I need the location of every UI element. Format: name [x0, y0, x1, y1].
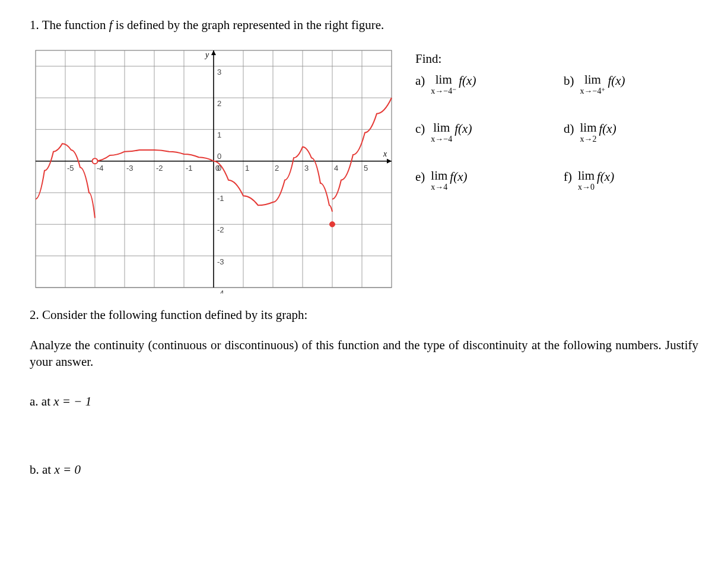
limit-f-fx: f(x): [597, 170, 614, 184]
limit-e-expr: lim x→4: [431, 170, 447, 191]
subpart-a-label: a. at: [30, 394, 53, 408]
limit-d: d) lim x→2 f(x): [564, 122, 712, 143]
svg-text:3: 3: [217, 68, 221, 76]
svg-marker-21: [387, 159, 392, 164]
analyze-text: Analyze the continuity (continuous or di…: [30, 337, 698, 371]
function-graph: -5-4-3-2-1012345-4-3-2-112300yx: [30, 44, 398, 293]
limits-row-2: c) lim x→−4 f(x) d) lim x→2 f(x): [415, 122, 712, 143]
limit-b-fx: f(x): [608, 74, 625, 88]
svg-text:-1: -1: [217, 194, 224, 203]
limit-a-expr: lim x→−4⁻: [431, 74, 456, 95]
svg-text:-5: -5: [67, 164, 74, 173]
limit-c-fx: f(x): [454, 122, 472, 136]
svg-point-47: [330, 222, 335, 227]
problem-2-number: 2.: [30, 308, 39, 322]
svg-text:2: 2: [217, 99, 221, 108]
svg-text:-4: -4: [217, 289, 224, 293]
subpart-a: a. at x = − 1: [30, 394, 698, 409]
limit-b-label: b): [564, 74, 574, 88]
limit-c-label: c): [415, 122, 425, 136]
svg-text:1: 1: [217, 130, 221, 139]
limit-b: b) lim x→−4⁺ f(x): [564, 74, 712, 95]
svg-text:-2: -2: [217, 225, 224, 234]
svg-text:-1: -1: [186, 164, 193, 173]
svg-text:2: 2: [275, 164, 279, 173]
svg-text:y: y: [204, 50, 209, 59]
svg-text:1: 1: [245, 164, 249, 173]
svg-text:x: x: [383, 149, 387, 158]
problem-1-number: 1.: [30, 18, 39, 32]
limit-c: c) lim x→−4 f(x): [415, 122, 564, 143]
limits-row-3: e) lim x→4 f(x) f) lim x→0 f(x): [415, 170, 712, 191]
svg-text:-3: -3: [217, 257, 224, 266]
limit-e-label: e): [415, 170, 425, 184]
limit-e: e) lim x→4 f(x): [415, 170, 564, 191]
svg-marker-23: [211, 50, 216, 55]
limit-f: f) lim x→0 f(x): [564, 170, 712, 191]
svg-text:-2: -2: [156, 164, 163, 173]
limit-a: a) lim x→−4⁻ f(x): [415, 74, 564, 95]
limit-b-expr: lim x→−4⁺: [580, 74, 606, 95]
svg-text:5: 5: [364, 164, 368, 173]
limit-d-expr: lim x→2: [580, 122, 597, 143]
subpart-b: b. at x = 0: [30, 462, 698, 477]
graph-and-limits-row: -5-4-3-2-1012345-4-3-2-112300yx Find: a)…: [30, 44, 698, 293]
limit-f-label: f): [564, 170, 572, 184]
svg-text:0: 0: [217, 152, 221, 161]
find-label: Find:: [415, 52, 712, 66]
limit-d-fx: f(x): [599, 122, 616, 136]
problem-2-statement: 2. Consider the following function defin…: [30, 308, 698, 323]
limit-f-expr: lim x→0: [578, 170, 595, 191]
limit-a-fx: f(x): [459, 74, 476, 88]
limit-c-expr: lim x→−4: [431, 122, 452, 143]
subpart-b-expr: x = 0: [54, 462, 81, 477]
problem-1-statement: 1. The function f is defined by the grap…: [30, 18, 698, 33]
graph-svg: -5-4-3-2-1012345-4-3-2-112300yx: [30, 44, 398, 293]
limit-d-label: d): [564, 122, 574, 136]
svg-text:-4: -4: [97, 164, 104, 173]
svg-text:4: 4: [334, 164, 338, 173]
subpart-a-expr: x = − 1: [53, 394, 91, 408]
limits-block: Find: a) lim x→−4⁻ f(x) b) lim x→−4⁺ f(x…: [415, 44, 712, 191]
svg-point-46: [93, 158, 98, 164]
problem-1-prefix: The function: [42, 18, 109, 32]
svg-text:3: 3: [304, 164, 309, 173]
problem-1-suffix: is defined by the graph represented in t…: [113, 18, 384, 32]
svg-text:-3: -3: [126, 164, 133, 173]
limit-a-label: a): [415, 74, 425, 88]
problem-2-text: Consider the following function defined …: [42, 308, 307, 322]
limits-row-1: a) lim x→−4⁻ f(x) b) lim x→−4⁺ f(x): [415, 74, 712, 95]
limit-e-fx: f(x): [450, 170, 467, 184]
subpart-b-label: b. at: [30, 462, 54, 477]
